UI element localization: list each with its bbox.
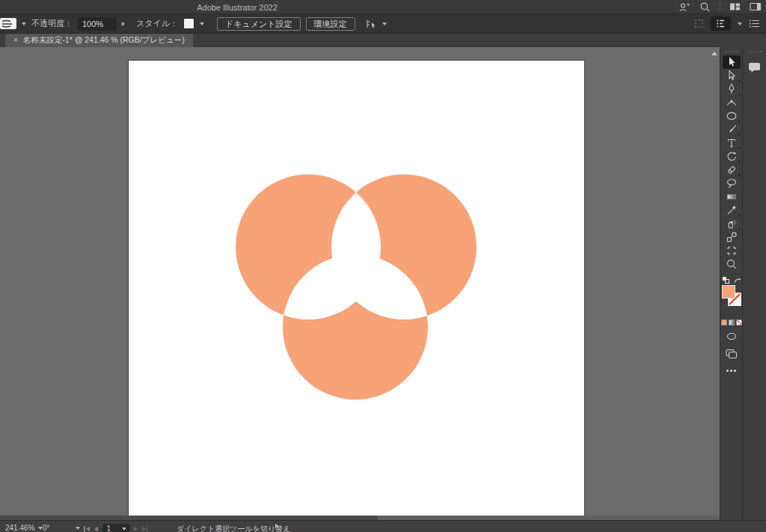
- status-bar: 241.46% 0° 1 ダイレクト選択ツールを切り替え ‹: [0, 520, 766, 532]
- workspace-switcher-button[interactable]: [711, 16, 731, 31]
- fill-stroke-cluster: [722, 276, 741, 312]
- preferences-button[interactable]: 環境設定: [306, 17, 355, 31]
- none-button[interactable]: [736, 319, 742, 325]
- rotate-tool-icon: [726, 150, 738, 162]
- pen-tool[interactable]: [723, 82, 741, 96]
- chevron-down-icon[interactable]: [22, 22, 26, 25]
- style-swatch[interactable]: [183, 18, 194, 29]
- type-tool-icon: [726, 137, 738, 149]
- panel-layout-icon[interactable]: [750, 1, 762, 12]
- rotation-select[interactable]: 0°: [43, 524, 80, 532]
- artboard-tool[interactable]: [723, 244, 741, 257]
- blend-tool[interactable]: [723, 230, 741, 244]
- right-dock: [742, 47, 766, 520]
- zoom-level-value: 241.46%: [5, 524, 34, 532]
- screen-mode-icon[interactable]: [726, 348, 738, 359]
- type-tool[interactable]: [723, 136, 741, 150]
- color-button[interactable]: [721, 319, 727, 325]
- paintbrush-tool[interactable]: [723, 123, 741, 136]
- chevron-down-icon: [76, 527, 80, 530]
- selection-tool-icon: [726, 56, 738, 68]
- artboard-number-field[interactable]: 1: [102, 524, 129, 532]
- gradient-button[interactable]: [729, 319, 735, 325]
- chevron-right-icon[interactable]: [122, 22, 125, 26]
- app-title: Adobe Illustrator 2022: [197, 3, 278, 12]
- comments-panel-icon[interactable]: [748, 61, 762, 73]
- drawing-modes-icon[interactable]: [726, 332, 737, 340]
- status-expand-icon[interactable]: [275, 524, 279, 528]
- share-document-icon[interactable]: [678, 1, 690, 13]
- flyout-indicator: [738, 147, 740, 149]
- chevron-down-icon[interactable]: [382, 22, 387, 25]
- zoom-level-select[interactable]: 241.46%: [5, 524, 43, 532]
- layout-grid-icon[interactable]: [729, 1, 741, 12]
- zoom-tool[interactable]: [723, 257, 741, 271]
- artboard-tool-icon: [726, 245, 738, 257]
- document-tab-bar: × 名称未設定-1* @ 241.46 % (RGB/プレビュー): [0, 34, 766, 47]
- swap-fill-stroke-icon[interactable]: [733, 276, 741, 284]
- collapse-chevron[interactable]: ‹: [286, 524, 288, 532]
- artboard-navigation: 1: [84, 524, 147, 532]
- curvature-tool-icon: [726, 97, 738, 108]
- lasso-tool-icon: [726, 177, 738, 189]
- next-artboard-button[interactable]: [134, 527, 138, 531]
- panel-drag-handle[interactable]: [725, 51, 738, 52]
- flyout-indicator: [738, 79, 740, 82]
- titlebar-icons: [678, 0, 762, 13]
- control-bar: 不透明度： 100% スタイル： ドキュメント設定 環境設定: [0, 14, 766, 34]
- eraser-tool[interactable]: [723, 163, 741, 177]
- document-tab[interactable]: × 名称未設定-1* @ 241.46 % (RGB/プレビュー): [5, 34, 193, 47]
- artwork-overlapping-circles[interactable]: [129, 61, 584, 516]
- style-label: スタイル：: [136, 18, 178, 29]
- control-bar-right: [694, 16, 760, 31]
- eraser-tool-icon: [726, 164, 738, 176]
- flyout-indicator: [738, 93, 740, 95]
- flyout-indicator: [738, 174, 740, 176]
- flyout-indicator: [738, 160, 740, 162]
- rotate-tool[interactable]: [723, 150, 741, 163]
- canvas[interactable]: [0, 47, 720, 520]
- edit-toolbar-icon[interactable]: [726, 370, 736, 372]
- cursor-snap-icon[interactable]: [365, 18, 377, 30]
- chevron-down-icon[interactable]: [200, 22, 204, 25]
- flyout-indicator: [738, 227, 740, 230]
- scroll-up-icon[interactable]: [711, 52, 717, 55]
- panel-drag-handle[interactable]: [748, 51, 762, 52]
- default-fill-stroke-icon[interactable]: [722, 276, 730, 284]
- search-icon[interactable]: [699, 1, 711, 13]
- artboard-number: 1: [107, 525, 111, 532]
- symbol-sprayer-tool-icon: [726, 218, 738, 230]
- blend-tool-icon: [726, 231, 738, 243]
- chevron-down-icon[interactable]: [738, 22, 742, 25]
- first-artboard-button[interactable]: [84, 526, 90, 532]
- selection-tool[interactable]: [723, 55, 741, 69]
- direct-selection-tool[interactable]: [723, 69, 741, 82]
- rotation-value: 0°: [43, 524, 50, 532]
- symbol-sprayer-tool[interactable]: [723, 217, 741, 230]
- main-area: [0, 47, 766, 520]
- curvature-tool[interactable]: [723, 96, 741, 109]
- flyout-indicator: [738, 214, 740, 216]
- brush-preview-swatch[interactable]: [0, 18, 16, 29]
- artboard[interactable]: [129, 61, 584, 516]
- ellipse-tool-icon: [726, 110, 738, 122]
- lasso-tool[interactable]: [723, 177, 741, 190]
- previous-artboard-button[interactable]: [94, 527, 98, 531]
- opacity-field[interactable]: 100%: [78, 17, 117, 31]
- touch-workspace-icon[interactable]: [694, 19, 704, 28]
- titlebar-separator: [720, 2, 720, 11]
- fill-color-swatch[interactable]: [722, 285, 735, 299]
- panel-list-icon[interactable]: [749, 19, 760, 28]
- ellipse-tool[interactable]: [723, 109, 741, 123]
- eyedropper-tool[interactable]: [723, 204, 741, 217]
- document-tab-title: 名称未設定-1* @ 241.46 % (RGB/プレビュー): [23, 35, 185, 46]
- document-setup-button[interactable]: ドキュメント設定: [217, 17, 301, 31]
- titlebar: Adobe Illustrator 2022: [0, 0, 766, 14]
- zoom-tool-icon: [726, 258, 738, 270]
- illustrator-window: Adobe Illustrator 2022: [0, 0, 766, 532]
- last-artboard-button[interactable]: [142, 526, 148, 532]
- close-tab-icon[interactable]: ×: [13, 37, 18, 44]
- gradient-tool[interactable]: [723, 190, 741, 204]
- gradient-tool-icon: [726, 191, 738, 203]
- paintbrush-tool-icon: [726, 123, 738, 135]
